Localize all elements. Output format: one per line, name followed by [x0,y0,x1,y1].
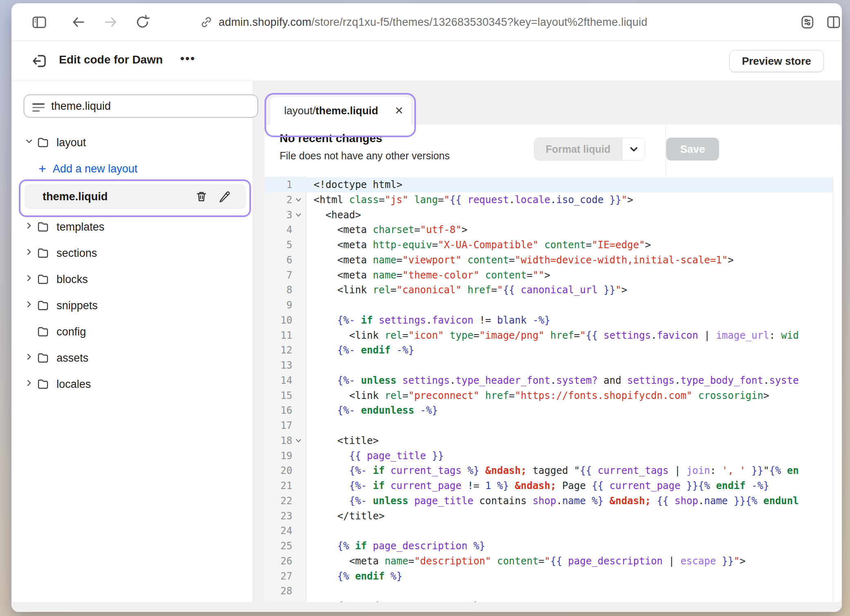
code-line-22[interactable]: 22 {%- unless page_title contains shop.n… [264,494,833,509]
folder-icon [37,221,51,233]
folder-icon [37,352,51,364]
code-line-14[interactable]: 14 {%- unless settings.type_header_font.… [264,373,833,388]
code-line-3[interactable]: 3 <head> [264,208,833,223]
format-liquid-button[interactable]: Format liquid [534,138,645,161]
code-line-25[interactable]: 25 {% if page_description %} [264,539,833,554]
tree-item-theme-liquid[interactable]: theme.liquid [11,182,253,214]
fold-toggle-icon[interactable] [295,196,303,204]
code-line-17[interactable]: 17 [264,418,833,433]
tree-item-sections[interactable]: sections [11,240,253,266]
app-header: Edit code for Dawn ••• Preview store [11,41,842,81]
code-line-7[interactable]: 7 <meta name="theme-color" content=""> [264,268,833,283]
code-line-10[interactable]: 10 {%- if settings.favicon != blank -%} [264,313,833,328]
more-menu-icon[interactable]: ••• [180,52,196,66]
url-bar[interactable]: admin.shopify.com/store/rzq1xu-f5/themes… [219,16,647,29]
code-line-24[interactable]: 24 [264,523,833,539]
preview-store-button[interactable]: Preview store [729,50,824,72]
code-editor[interactable]: 1<!doctype html>2<html class="js" lang="… [264,177,833,602]
code-line-2[interactable]: 2<html class="js" lang="{{ request.local… [264,192,833,208]
plus-icon: + [38,161,46,177]
code-line-4[interactable]: 4 <meta charset="utf-8"> [264,222,833,238]
line-number: 5 [264,238,292,253]
sidebar-toggle-icon[interactable] [31,14,47,30]
chevron-right-icon[interactable] [24,248,34,258]
reload-icon[interactable] [134,14,151,30]
code-line-29[interactable]: 29 {% render 'meta-tags' %} [264,599,833,602]
code-line-text: {%- if settings.favicon != blank -%} [314,313,833,328]
code-line-text: <meta http-equiv="X-UA-Compatible" conte… [314,238,833,253]
chevron-right-icon[interactable] [24,379,34,390]
code-line-11[interactable]: 11 <link rel="icon" type="image/png" hre… [264,328,833,343]
folder-icon [37,136,51,149]
code-line-27[interactable]: 27 {% endif %} [264,569,833,584]
code-line-13[interactable]: 13 [264,358,833,373]
code-line-20[interactable]: 20 {%- if current_tags %} &ndash; tagged… [264,463,833,478]
url-path: /store/rzq1xu-f5/themes/132683530345?key… [312,16,648,28]
folder-icon [37,326,51,338]
selected-file-row[interactable]: theme.liquid [25,184,246,209]
delete-file-icon[interactable] [194,190,208,204]
format-dropdown-arrow[interactable] [622,138,645,160]
editor-scroll-gutter[interactable] [833,177,842,602]
fold-toggle-icon[interactable] [295,211,303,220]
code-line-19[interactable]: 19 {{ page_title }} [264,448,833,464]
code-line-18[interactable]: 18 <title> [264,433,833,448]
line-number: 16 [264,403,292,418]
chevron-right-icon[interactable] [24,300,34,311]
save-button[interactable]: Save [666,138,719,161]
back-icon[interactable] [70,14,87,30]
line-number: 2 [264,192,292,208]
split-view-icon[interactable] [825,14,842,30]
code-line-text: {% endif %} [314,569,833,584]
code-line-23[interactable]: 23 </title> [264,509,833,524]
fold-toggle-icon[interactable] [295,437,303,445]
tree-item-layout[interactable]: layout [11,129,253,156]
code-line-15[interactable]: 15 <link rel="preconnect" href="https://… [264,388,833,403]
line-number: 7 [264,268,292,283]
tab-theme-liquid[interactable]: layout/theme.liquid ✕ [270,97,411,125]
chevron-right-icon[interactable] [24,274,34,285]
line-number: 22 [264,494,292,509]
line-number: 12 [264,343,292,358]
line-number: 28 [264,584,292,599]
tree-item-locales[interactable]: locales [11,371,253,397]
code-line-text: {%- endif -%} [314,343,833,358]
code-line-21[interactable]: 21 {%- if current_page != 1 %} &ndash; P… [264,478,833,494]
chevron-right-icon[interactable] [24,222,34,232]
editor-column: layout/theme.liquid ✕ No recent changes … [264,81,842,602]
format-liquid-label[interactable]: Format liquid [534,138,622,160]
code-line-28[interactable]: 28 [264,584,833,599]
line-number: 29 [264,599,292,602]
chevron-right-icon[interactable] [24,353,34,363]
tree-item-snippets[interactable]: snippets [11,292,253,319]
code-line-text: <link rel="icon" type="image/png" href="… [314,328,833,343]
code-line-26[interactable]: 26 <meta name="description" content="{{ … [264,554,833,569]
file-sidebar: theme.liquid layout+Add a new layoutthem… [11,81,253,602]
code-line-16[interactable]: 16 {%- endunless -%} [264,403,833,418]
code-line-text: <head> [314,208,833,223]
tree-item-templates[interactable]: templates [11,214,253,240]
tab-close-icon[interactable]: ✕ [395,104,404,117]
tree-item-assets[interactable]: assets [11,345,253,371]
exit-editor-icon[interactable] [31,52,48,70]
line-number: 20 [264,463,292,478]
code-line-12[interactable]: 12 {%- endif -%} [264,343,833,358]
add-new-layout-link[interactable]: +Add a new layout [11,156,253,182]
rename-file-icon[interactable] [217,190,231,204]
tree-item-config[interactable]: config [11,319,253,345]
code-line-text: <meta charset="utf-8"> [314,222,833,238]
code-line-1[interactable]: 1<!doctype html> [264,177,833,192]
tree-item-blocks[interactable]: blocks [11,266,253,292]
chevron-down-icon[interactable] [24,137,34,148]
filter-icon [32,101,45,111]
line-number: 25 [264,539,292,554]
reader-settings-icon[interactable] [799,14,816,30]
forward-icon [102,14,119,30]
code-line-8[interactable]: 8 <link rel="canonical" href="{{ canonic… [264,283,833,298]
code-line-9[interactable]: 9 [264,298,833,313]
line-number: 9 [264,298,292,313]
code-line-5[interactable]: 5 <meta http-equiv="X-UA-Compatible" con… [264,238,833,253]
line-number: 6 [264,253,292,268]
file-search-input[interactable]: theme.liquid [24,95,258,118]
code-line-6[interactable]: 6 <meta name="viewport" content="width=d… [264,253,833,268]
